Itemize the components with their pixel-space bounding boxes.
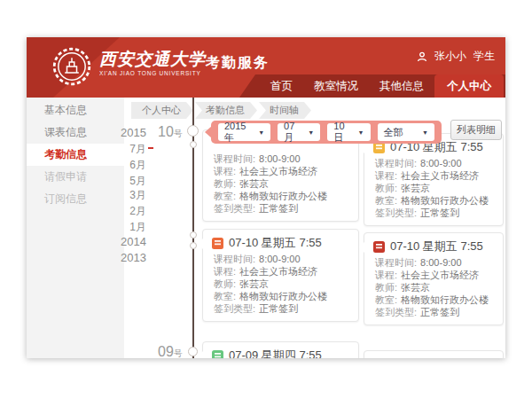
timeline-label-jun[interactable]: 6月 [89,158,146,173]
list-detail-button[interactable]: 列表明细 [450,120,502,140]
timeline-node [188,347,198,356]
timeline-node [190,141,197,148]
month-dropdown-value: 07月 [284,121,302,145]
chevron-down-icon: ▼ [308,129,314,136]
app-title: 考勤服务 [206,54,270,73]
timeline-label-2014[interactable]: 2014 [89,235,146,248]
app-window: 西安交通大学 XI'AN JIAO TONG UNIVERSITY 考勤服务 张… [27,37,505,358]
card-field-room: 教室:格物致知行政办公楼 [373,194,494,207]
breadcrumb-personal-center[interactable]: 个人中心 [131,102,193,119]
month-dropdown[interactable]: 07月 ▼ [278,123,320,141]
attendance-card: 07-10 星期五 7:55 课程时间:8:00-9:00 课程:社会主义市场经… [364,232,504,325]
university-name-en: XI'AN JIAO TONG UNIVERSITY [99,70,206,76]
attendance-card: 07-09 星期四 7:55 [202,341,359,358]
app-header: 西安交通大学 XI'AN JIAO TONG UNIVERSITY 考勤服务 张… [27,37,505,98]
main-nav: 首页 教室情况 其他信息 个人中心 [260,74,504,98]
card-field-signin-type: 签到类型:正常签到 [373,207,494,219]
type-dropdown[interactable]: 全部 ▼ [378,123,434,141]
timeline-label-feb[interactable]: 2月 [89,204,146,219]
nav-item-other-info[interactable]: 其他信息 [369,74,434,98]
content-area: 基本信息 课表信息 考勤信息 请假申请 订阅信息 个人中心 考勤信息 时间轴 2… [27,98,505,358]
timeline-label-2013[interactable]: 2013 [89,251,146,264]
card-date: 07-10 星期五 7:55 [229,235,322,251]
timeline-label-may[interactable]: 5月 [89,174,146,189]
chevron-down-icon: ▼ [422,129,428,136]
filter-bar: 2015年 ▼ 07月 ▼ 10日 ▼ 全部 ▼ [211,121,442,144]
card-date: 07-10 星期五 7:55 [390,239,483,254]
sidebar-item-basic-info[interactable]: 基本信息 [27,99,124,121]
card-field-signin-type: 签到类型:正常签到 [212,202,349,215]
user-role: 学生 [473,49,495,64]
user-icon [417,51,427,62]
university-name: 西安交通大学 XI'AN JIAO TONG UNIVERSITY [99,49,206,76]
card-field-time: 课程时间:8:00-9:00 [212,253,349,265]
card-field-teacher: 教师:张芸京 [212,177,349,190]
day-marker-10: 10号 [158,124,183,140]
attendance-card: 07-10 星期五 7:55 课程时间:8:00-9:00 课程:社会主义市场经… [202,229,359,322]
day-dropdown-value: 10日 [333,121,352,145]
card-field-teacher: 教师:张芸京 [373,281,494,293]
current-month-marker [148,147,153,149]
card-field-teacher: 教师:张芸京 [373,182,494,194]
calendar-icon [212,350,223,359]
breadcrumb-timeline[interactable]: 时间轴 [259,102,311,119]
university-name-cn: 西安交通大学 [99,49,206,68]
card-field-room: 教室:格物致知行政办公楼 [373,293,494,306]
card-field-signin-type: 签到类型:正常签到 [373,306,494,318]
card-field-room: 教室:格物致知行政办公楼 [212,290,349,302]
card-field-course: 课程:社会主义市场经济 [373,169,494,182]
type-dropdown-value: 全部 [384,126,403,139]
timeline-label-jan[interactable]: 1月 [89,220,146,235]
day-marker-09: 09号 [158,344,183,358]
chevron-down-icon: ▼ [358,129,364,136]
chevron-down-icon: ▼ [258,129,264,136]
card-field-course: 课程:社会主义市场经济 [373,269,494,281]
card-field-course: 课程:社会主义市场经济 [212,165,349,177]
nav-item-classrooms[interactable]: 教室情况 [303,74,369,98]
card-field-signin-type: 签到类型:正常签到 [212,302,349,315]
card-field-time: 课程时间:8:00-9:00 [373,256,494,269]
calendar-icon [373,241,385,253]
card-field-course: 课程:社会主义市场经济 [212,265,349,278]
card-field-teacher: 教师:张芸京 [212,278,349,290]
timeline-label-mar[interactable]: 3月 [89,188,146,203]
nav-item-home[interactable]: 首页 [260,74,303,98]
attendance-card-partial [364,350,504,358]
card-field-time: 课程时间:8:00-9:00 [212,153,349,165]
user-name: 张小小 [434,49,466,64]
card-field-time: 课程时间:8:00-9:00 [373,157,494,169]
user-account[interactable]: 张小小 学生 [417,49,495,64]
timeline-label-2015[interactable]: 2015 [89,126,146,139]
timeline-node [190,242,197,249]
timeline-label-jul[interactable]: 7月 [89,142,146,157]
card-field-room: 教室:格物致知行政办公楼 [212,190,349,202]
breadcrumb: 个人中心 考勤信息 时间轴 [131,102,313,119]
timeline-line [192,98,194,358]
calendar-icon [212,238,223,249]
attendance-card: 07-10 星期五 7:55 课程时间:8:00-9:00 课程:社会主义市场经… [364,133,504,226]
year-dropdown-value: 2015年 [224,121,253,145]
timeline-node [187,125,199,137]
timeline-node [190,231,197,239]
breadcrumb-attendance-info[interactable]: 考勤信息 [195,102,257,119]
university-logo-icon [51,46,92,87]
card-date: 07-09 星期四 7:55 [229,348,322,358]
nav-item-personal-center-active[interactable]: 个人中心 [434,74,504,98]
year-dropdown[interactable]: 2015年 ▼ [218,123,270,141]
day-dropdown[interactable]: 10日 ▼ [327,123,370,141]
